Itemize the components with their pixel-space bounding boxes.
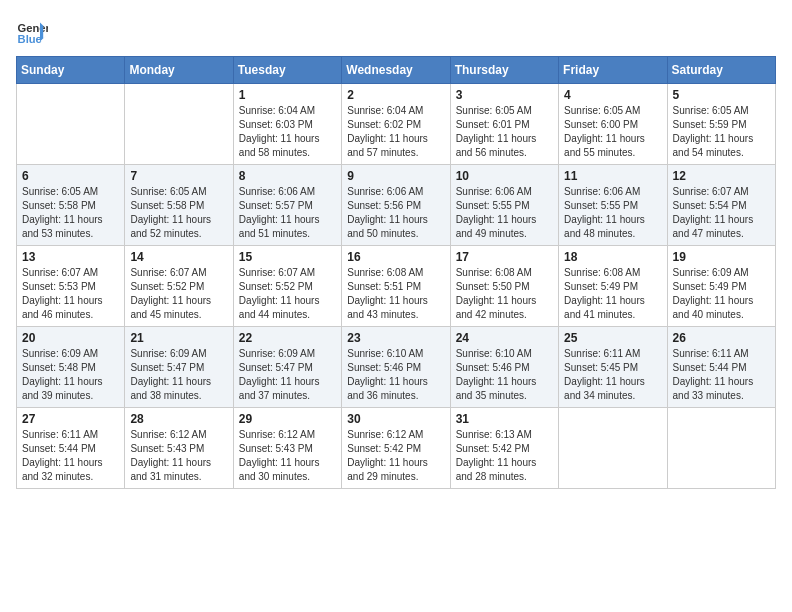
calendar-cell: 28Sunrise: 6:12 AMSunset: 5:43 PMDayligh… <box>125 408 233 489</box>
day-number: 9 <box>347 169 444 183</box>
logo-icon: General Blue <box>16 16 48 48</box>
day-number: 25 <box>564 331 661 345</box>
day-number: 4 <box>564 88 661 102</box>
day-number: 22 <box>239 331 336 345</box>
calendar-cell: 29Sunrise: 6:12 AMSunset: 5:43 PMDayligh… <box>233 408 341 489</box>
calendar-cell <box>667 408 775 489</box>
calendar-cell: 10Sunrise: 6:06 AMSunset: 5:55 PMDayligh… <box>450 165 558 246</box>
day-detail: Sunrise: 6:05 AMSunset: 6:01 PMDaylight:… <box>456 105 537 158</box>
day-number: 17 <box>456 250 553 264</box>
day-detail: Sunrise: 6:07 AMSunset: 5:52 PMDaylight:… <box>130 267 211 320</box>
calendar-cell <box>559 408 667 489</box>
day-detail: Sunrise: 6:05 AMSunset: 5:59 PMDaylight:… <box>673 105 754 158</box>
weekday-header-wednesday: Wednesday <box>342 57 450 84</box>
day-number: 2 <box>347 88 444 102</box>
calendar-cell: 3Sunrise: 6:05 AMSunset: 6:01 PMDaylight… <box>450 84 558 165</box>
weekday-header-thursday: Thursday <box>450 57 558 84</box>
calendar-week-row: 1Sunrise: 6:04 AMSunset: 6:03 PMDaylight… <box>17 84 776 165</box>
day-detail: Sunrise: 6:10 AMSunset: 5:46 PMDaylight:… <box>347 348 428 401</box>
calendar-cell: 1Sunrise: 6:04 AMSunset: 6:03 PMDaylight… <box>233 84 341 165</box>
day-detail: Sunrise: 6:09 AMSunset: 5:48 PMDaylight:… <box>22 348 103 401</box>
day-detail: Sunrise: 6:08 AMSunset: 5:51 PMDaylight:… <box>347 267 428 320</box>
calendar-cell: 17Sunrise: 6:08 AMSunset: 5:50 PMDayligh… <box>450 246 558 327</box>
calendar-cell: 31Sunrise: 6:13 AMSunset: 5:42 PMDayligh… <box>450 408 558 489</box>
day-detail: Sunrise: 6:07 AMSunset: 5:54 PMDaylight:… <box>673 186 754 239</box>
day-detail: Sunrise: 6:07 AMSunset: 5:52 PMDaylight:… <box>239 267 320 320</box>
day-number: 1 <box>239 88 336 102</box>
calendar-cell: 22Sunrise: 6:09 AMSunset: 5:47 PMDayligh… <box>233 327 341 408</box>
weekday-header-friday: Friday <box>559 57 667 84</box>
day-detail: Sunrise: 6:10 AMSunset: 5:46 PMDaylight:… <box>456 348 537 401</box>
calendar-cell: 23Sunrise: 6:10 AMSunset: 5:46 PMDayligh… <box>342 327 450 408</box>
calendar-cell: 8Sunrise: 6:06 AMSunset: 5:57 PMDaylight… <box>233 165 341 246</box>
day-detail: Sunrise: 6:09 AMSunset: 5:49 PMDaylight:… <box>673 267 754 320</box>
calendar-cell: 30Sunrise: 6:12 AMSunset: 5:42 PMDayligh… <box>342 408 450 489</box>
calendar-cell: 5Sunrise: 6:05 AMSunset: 5:59 PMDaylight… <box>667 84 775 165</box>
day-detail: Sunrise: 6:11 AMSunset: 5:44 PMDaylight:… <box>22 429 103 482</box>
calendar-cell: 12Sunrise: 6:07 AMSunset: 5:54 PMDayligh… <box>667 165 775 246</box>
calendar-week-row: 20Sunrise: 6:09 AMSunset: 5:48 PMDayligh… <box>17 327 776 408</box>
weekday-header-sunday: Sunday <box>17 57 125 84</box>
day-detail: Sunrise: 6:05 AMSunset: 5:58 PMDaylight:… <box>22 186 103 239</box>
day-number: 11 <box>564 169 661 183</box>
calendar-cell: 25Sunrise: 6:11 AMSunset: 5:45 PMDayligh… <box>559 327 667 408</box>
day-detail: Sunrise: 6:12 AMSunset: 5:43 PMDaylight:… <box>130 429 211 482</box>
day-number: 7 <box>130 169 227 183</box>
day-detail: Sunrise: 6:08 AMSunset: 5:50 PMDaylight:… <box>456 267 537 320</box>
day-detail: Sunrise: 6:04 AMSunset: 6:03 PMDaylight:… <box>239 105 320 158</box>
day-number: 6 <box>22 169 119 183</box>
day-number: 18 <box>564 250 661 264</box>
day-number: 29 <box>239 412 336 426</box>
calendar-cell: 18Sunrise: 6:08 AMSunset: 5:49 PMDayligh… <box>559 246 667 327</box>
day-number: 16 <box>347 250 444 264</box>
calendar-cell <box>125 84 233 165</box>
day-number: 20 <box>22 331 119 345</box>
day-detail: Sunrise: 6:06 AMSunset: 5:57 PMDaylight:… <box>239 186 320 239</box>
calendar-cell: 20Sunrise: 6:09 AMSunset: 5:48 PMDayligh… <box>17 327 125 408</box>
day-number: 24 <box>456 331 553 345</box>
calendar-cell: 7Sunrise: 6:05 AMSunset: 5:58 PMDaylight… <box>125 165 233 246</box>
day-number: 28 <box>130 412 227 426</box>
calendar-cell: 19Sunrise: 6:09 AMSunset: 5:49 PMDayligh… <box>667 246 775 327</box>
calendar-cell: 2Sunrise: 6:04 AMSunset: 6:02 PMDaylight… <box>342 84 450 165</box>
header: General Blue <box>16 16 776 48</box>
day-number: 21 <box>130 331 227 345</box>
day-detail: Sunrise: 6:09 AMSunset: 5:47 PMDaylight:… <box>130 348 211 401</box>
calendar-week-row: 6Sunrise: 6:05 AMSunset: 5:58 PMDaylight… <box>17 165 776 246</box>
weekday-header-row: SundayMondayTuesdayWednesdayThursdayFrid… <box>17 57 776 84</box>
day-detail: Sunrise: 6:06 AMSunset: 5:55 PMDaylight:… <box>456 186 537 239</box>
day-detail: Sunrise: 6:12 AMSunset: 5:43 PMDaylight:… <box>239 429 320 482</box>
day-detail: Sunrise: 6:07 AMSunset: 5:53 PMDaylight:… <box>22 267 103 320</box>
day-detail: Sunrise: 6:12 AMSunset: 5:42 PMDaylight:… <box>347 429 428 482</box>
weekday-header-monday: Monday <box>125 57 233 84</box>
day-detail: Sunrise: 6:09 AMSunset: 5:47 PMDaylight:… <box>239 348 320 401</box>
calendar-cell: 15Sunrise: 6:07 AMSunset: 5:52 PMDayligh… <box>233 246 341 327</box>
day-detail: Sunrise: 6:11 AMSunset: 5:44 PMDaylight:… <box>673 348 754 401</box>
day-detail: Sunrise: 6:06 AMSunset: 5:55 PMDaylight:… <box>564 186 645 239</box>
day-detail: Sunrise: 6:08 AMSunset: 5:49 PMDaylight:… <box>564 267 645 320</box>
day-detail: Sunrise: 6:04 AMSunset: 6:02 PMDaylight:… <box>347 105 428 158</box>
calendar-cell: 24Sunrise: 6:10 AMSunset: 5:46 PMDayligh… <box>450 327 558 408</box>
weekday-header-tuesday: Tuesday <box>233 57 341 84</box>
day-number: 15 <box>239 250 336 264</box>
calendar-cell <box>17 84 125 165</box>
day-detail: Sunrise: 6:11 AMSunset: 5:45 PMDaylight:… <box>564 348 645 401</box>
day-number: 31 <box>456 412 553 426</box>
logo: General Blue <box>16 16 48 48</box>
day-number: 12 <box>673 169 770 183</box>
calendar-cell: 26Sunrise: 6:11 AMSunset: 5:44 PMDayligh… <box>667 327 775 408</box>
calendar-table: SundayMondayTuesdayWednesdayThursdayFrid… <box>16 56 776 489</box>
calendar-cell: 11Sunrise: 6:06 AMSunset: 5:55 PMDayligh… <box>559 165 667 246</box>
day-number: 30 <box>347 412 444 426</box>
calendar-cell: 16Sunrise: 6:08 AMSunset: 5:51 PMDayligh… <box>342 246 450 327</box>
day-detail: Sunrise: 6:05 AMSunset: 6:00 PMDaylight:… <box>564 105 645 158</box>
calendar-cell: 9Sunrise: 6:06 AMSunset: 5:56 PMDaylight… <box>342 165 450 246</box>
day-number: 8 <box>239 169 336 183</box>
day-number: 3 <box>456 88 553 102</box>
day-detail: Sunrise: 6:05 AMSunset: 5:58 PMDaylight:… <box>130 186 211 239</box>
calendar-week-row: 27Sunrise: 6:11 AMSunset: 5:44 PMDayligh… <box>17 408 776 489</box>
calendar-cell: 4Sunrise: 6:05 AMSunset: 6:00 PMDaylight… <box>559 84 667 165</box>
calendar-cell: 21Sunrise: 6:09 AMSunset: 5:47 PMDayligh… <box>125 327 233 408</box>
calendar-cell: 13Sunrise: 6:07 AMSunset: 5:53 PMDayligh… <box>17 246 125 327</box>
calendar-cell: 14Sunrise: 6:07 AMSunset: 5:52 PMDayligh… <box>125 246 233 327</box>
